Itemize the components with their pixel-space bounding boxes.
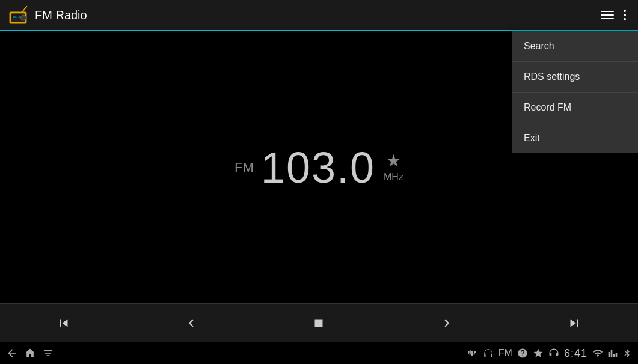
more-options-button[interactable] [619, 5, 631, 25]
menu-item-exit[interactable]: Exit [512, 123, 638, 153]
status-right: FM 6:41 [467, 347, 632, 360]
nav-home-icon[interactable] [24, 347, 36, 359]
usb-icon [467, 348, 478, 359]
help-icon [517, 348, 528, 359]
headphone-icon [483, 348, 494, 359]
frequency-display: FM 103.0 ★ MHz [235, 143, 403, 192]
bluetooth-icon [622, 348, 632, 359]
list-icon [601, 11, 614, 19]
favorite-star-icon[interactable]: ★ [386, 153, 401, 169]
controls-bar [0, 303, 638, 342]
more-icon [624, 10, 626, 20]
stop-icon [311, 315, 327, 331]
app-icon: 103.0 [7, 4, 29, 26]
app-title: FM Radio [35, 8, 596, 22]
signal-icon [608, 348, 618, 359]
topbar: 103.0 FM Radio [0, 0, 638, 31]
nav-recents-icon[interactable] [42, 347, 54, 359]
seek-forward-button[interactable] [427, 309, 467, 337]
menu-item-record-fm[interactable]: Record FM [512, 93, 638, 123]
svg-point-3 [22, 17, 25, 19]
status-left [6, 347, 467, 359]
stop-button[interactable] [299, 309, 339, 337]
dropdown-menu: Search RDS settings Record FM Exit [512, 31, 638, 153]
mhz-label: MHz [384, 172, 403, 183]
seek-back-icon [183, 315, 199, 331]
star-mhz-group: ★ MHz [384, 153, 403, 183]
menu-item-search[interactable]: Search [512, 31, 638, 62]
clock: 6:41 [564, 347, 587, 360]
skip-prev-icon [56, 315, 72, 331]
seek-forward-icon [439, 315, 455, 331]
fm-label: FM [235, 160, 254, 175]
frequency-value: 103.0 [261, 143, 375, 192]
star-status-icon [533, 348, 544, 359]
status-bar: FM 6:41 [0, 342, 638, 364]
menu-item-rds-settings[interactable]: RDS settings [512, 62, 638, 93]
fm-status-text: FM [498, 348, 512, 359]
nav-back-icon[interactable] [6, 347, 18, 359]
svg-text:103.0: 103.0 [13, 16, 21, 19]
skip-prev-button[interactable] [44, 309, 84, 337]
skip-next-icon [566, 315, 582, 331]
headset-icon [548, 348, 559, 359]
list-view-button[interactable] [596, 6, 619, 24]
svg-line-4 [22, 7, 26, 12]
wifi-icon [592, 348, 603, 359]
seek-back-button[interactable] [171, 309, 211, 337]
skip-next-button[interactable] [554, 309, 594, 337]
